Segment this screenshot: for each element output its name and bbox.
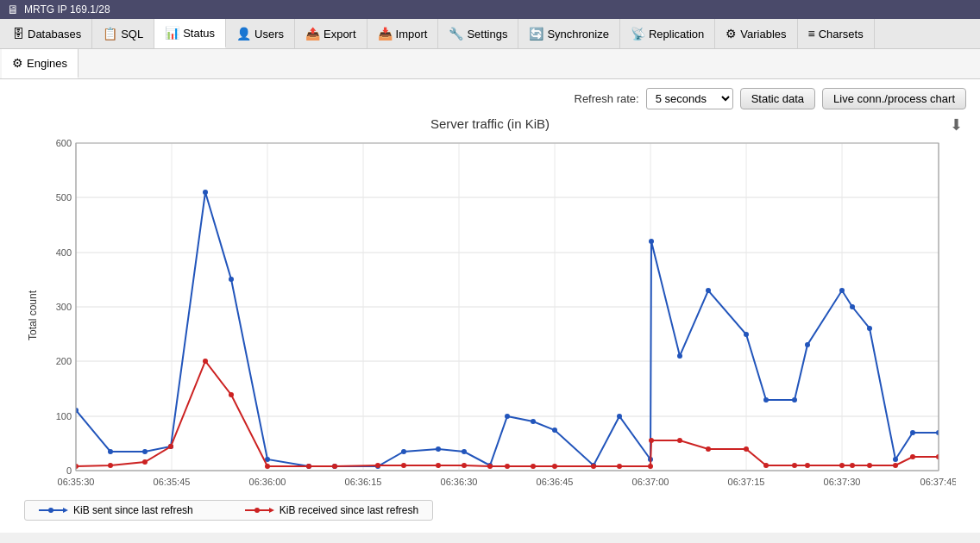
svg-point-49	[505, 414, 510, 419]
svg-point-79	[436, 463, 441, 468]
legend: KiB sent since last refresh KiB received…	[24, 500, 433, 521]
svg-point-71	[168, 444, 173, 449]
svg-point-63	[850, 304, 855, 309]
live-chart-button[interactable]: Live conn./process chart	[822, 88, 966, 109]
svg-point-75	[306, 464, 311, 469]
top-nav: 🗄 Databases 📋 SQL 📊 Status 👤 Users 📤 Exp…	[0, 19, 980, 49]
svg-point-47	[462, 449, 467, 454]
svg-point-56	[677, 353, 682, 359]
nav-engines-label: Engines	[27, 57, 67, 70]
svg-point-40	[229, 277, 234, 282]
svg-point-81	[487, 464, 493, 469]
svg-text:300: 300	[56, 302, 72, 312]
svg-point-99	[910, 454, 915, 459]
engines-icon: ⚙	[12, 56, 23, 70]
legend-received-label: KiB received since last refresh	[280, 504, 418, 516]
nav-users-label: Users	[254, 28, 284, 41]
svg-point-36	[108, 449, 113, 454]
svg-point-70	[142, 459, 148, 465]
svg-point-45	[401, 449, 406, 454]
export-icon: 📤	[305, 27, 320, 41]
svg-text:06:36:15: 06:36:15	[345, 477, 382, 487]
nav-sql-label: SQL	[121, 28, 143, 41]
nav-export[interactable]: 📤 Export	[295, 19, 368, 48]
nav-import-label: Import	[396, 28, 428, 41]
svg-point-60	[792, 397, 797, 403]
nav-export-label: Export	[324, 28, 356, 41]
svg-point-94	[805, 463, 810, 468]
nav-sql[interactable]: 📋 SQL	[92, 19, 154, 48]
svg-point-64	[867, 326, 872, 331]
svg-point-96	[850, 463, 855, 468]
svg-text:600: 600	[56, 138, 72, 148]
svg-point-82	[505, 464, 510, 469]
svg-point-95	[839, 463, 845, 468]
nav-users[interactable]: 👤 Users	[226, 19, 295, 48]
svg-text:06:36:30: 06:36:30	[441, 477, 478, 487]
traffic-chart: Total count 600 500 400 300 200 100	[24, 134, 956, 496]
svg-point-77	[375, 463, 380, 468]
svg-point-61	[805, 342, 810, 347]
nav-replication[interactable]: 📡 Replication	[620, 19, 715, 48]
svg-point-86	[617, 464, 622, 469]
svg-point-78	[401, 463, 406, 468]
svg-text:06:36:45: 06:36:45	[537, 477, 574, 487]
svg-point-97	[867, 463, 872, 468]
databases-icon: 🗄	[12, 27, 24, 41]
svg-point-76	[332, 464, 337, 469]
svg-point-51	[552, 428, 557, 433]
svg-point-74	[265, 464, 270, 469]
title-bar: 🖥 MRTG IP 169.1/28	[0, 0, 980, 19]
nav-settings[interactable]: 🔧 Settings	[438, 19, 518, 48]
svg-text:06:35:45: 06:35:45	[154, 477, 191, 487]
nav-variables-label: Variables	[740, 28, 786, 41]
nav-variables[interactable]: ⚙ Variables	[715, 19, 797, 48]
svg-marker-107	[269, 508, 274, 513]
svg-text:500: 500	[56, 192, 72, 203]
svg-text:0: 0	[66, 465, 72, 476]
sent-dots	[73, 190, 941, 469]
legend-sent: KiB sent since last refresh	[39, 504, 193, 516]
nav-synchronize[interactable]: 🔄 Synchronize	[518, 19, 620, 48]
svg-point-92	[763, 463, 769, 468]
svg-point-84	[552, 464, 557, 469]
chart-container: Total count 600 500 400 300 200 100	[24, 134, 956, 524]
svg-point-83	[531, 464, 536, 469]
svg-point-73	[229, 392, 234, 397]
svg-point-69	[108, 463, 113, 468]
svg-point-85	[591, 464, 596, 469]
charsets-icon: ≡	[808, 27, 815, 41]
svg-text:06:36:00: 06:36:00	[249, 477, 286, 487]
svg-point-93	[792, 463, 797, 468]
nav-charsets[interactable]: ≡ Charsets	[798, 19, 875, 48]
sent-line	[76, 192, 939, 466]
static-data-button[interactable]: Static data	[740, 88, 815, 109]
refresh-rate-label: Refresh rate:	[575, 92, 639, 105]
refresh-rate-select[interactable]: 1 second 2 seconds 3 seconds 5 seconds 1…	[646, 88, 733, 109]
svg-point-87	[648, 464, 653, 469]
svg-point-39	[203, 190, 208, 195]
download-icon[interactable]: ⬇	[950, 115, 963, 134]
nav-import[interactable]: 📥 Import	[368, 19, 439, 48]
svg-point-37	[142, 449, 148, 454]
svg-point-66	[910, 430, 915, 435]
svg-point-89	[677, 438, 682, 443]
svg-point-46	[436, 446, 441, 452]
svg-text:06:37:00: 06:37:00	[632, 477, 669, 487]
nav-status-label: Status	[183, 27, 215, 40]
nav-databases[interactable]: 🗄 Databases	[2, 19, 92, 48]
svg-point-50	[531, 419, 536, 424]
svg-text:06:37:15: 06:37:15	[728, 477, 765, 487]
window-title: MRTG IP 169.1/28	[24, 3, 110, 16]
nav-settings-label: Settings	[467, 28, 507, 41]
svg-point-80	[462, 463, 467, 468]
status-icon: 📊	[165, 26, 179, 40]
svg-point-90	[706, 446, 711, 452]
sql-icon: 📋	[103, 27, 117, 41]
svg-point-88	[649, 438, 654, 443]
users-icon: 👤	[236, 27, 251, 41]
nav-engines[interactable]: ⚙ Engines	[2, 49, 79, 78]
nav-status[interactable]: 📊 Status	[154, 19, 226, 48]
svg-point-58	[744, 332, 749, 337]
svg-text:06:37:30: 06:37:30	[824, 477, 861, 487]
